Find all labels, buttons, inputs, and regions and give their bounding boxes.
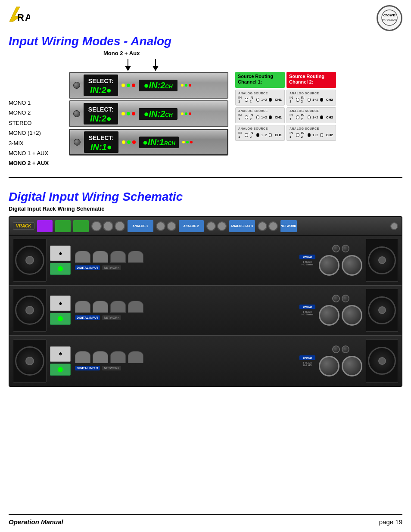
power-indicator-2 bbox=[50, 313, 71, 325]
dot-12-1 bbox=[269, 98, 272, 102]
model-label-1: I-TECHHD Series bbox=[302, 261, 313, 266]
digital-label-row-2: DIGITAL INPUT NETWORK bbox=[75, 315, 296, 320]
ch2-label-1: CH2 bbox=[326, 98, 333, 102]
out-knob-small-3 bbox=[332, 295, 340, 302]
mode-stereo: STEREO bbox=[9, 118, 65, 128]
output-knobs-3 bbox=[332, 345, 349, 353]
xlr-conn-6 bbox=[93, 301, 108, 313]
routing-ch1-2: ANALOG SOURCE IN 1 IN 2 1+2 CH1 bbox=[235, 107, 285, 123]
mode-list: MONO 1 MONO 2 STEREO MONO (1+2) 3-MIX MO… bbox=[9, 72, 65, 168]
svg-text:crown: crown bbox=[383, 12, 395, 17]
indicator-row-3 bbox=[122, 140, 136, 144]
connector-group-1 bbox=[91, 221, 125, 231]
fan-left-1 bbox=[13, 239, 47, 282]
xlr-conn-10 bbox=[93, 351, 108, 363]
routing-ch2-3: ANALOG SOURCE IN 1 IN 2 1+2 CH2 bbox=[286, 125, 336, 141]
rack-schematic: VRACK ANALOG 1 ANALOG 2 ANALOG 3-CH1 bbox=[9, 216, 402, 387]
xlr-conn-12 bbox=[128, 351, 143, 363]
xlr-row-3 bbox=[75, 351, 296, 363]
routing-ch2-header: Source Routing Channel 2: bbox=[286, 72, 336, 88]
dot-12-3 bbox=[269, 133, 272, 137]
network-badge-1: NETWORK bbox=[102, 265, 121, 270]
page-number: page 19 bbox=[379, 518, 402, 526]
xlr-conn-4 bbox=[128, 251, 143, 263]
routing-header-row: Source Routing Channel 1: Source Routing… bbox=[235, 72, 336, 88]
fan-right-1 bbox=[366, 239, 398, 282]
arrow-2 bbox=[153, 59, 159, 71]
dot-in2-2b bbox=[308, 115, 311, 119]
analog-source-label-3b: ANALOG SOURCE bbox=[290, 127, 333, 130]
routing-ch1-3: ANALOG SOURCE IN 1 IN 2 1+2 CH1 bbox=[235, 125, 285, 141]
display-1: SELECT: IN:2● bbox=[84, 75, 118, 96]
large-knobs-3 bbox=[319, 356, 362, 376]
xlr-conn-7 bbox=[110, 301, 126, 313]
indicator-row-2 bbox=[121, 112, 135, 115]
xlr-7 bbox=[217, 221, 227, 231]
page-footer: Operation Manual page 19 bbox=[9, 514, 402, 526]
ch1-label-3: CH1 bbox=[275, 133, 282, 137]
digital-label-row-1: DIGITAL INPUT NETWORK bbox=[75, 265, 296, 270]
display-3: SELECT: IN:1● bbox=[84, 131, 118, 153]
output-knobs-1 bbox=[332, 245, 349, 252]
block-blue4: NETWORK bbox=[280, 220, 297, 232]
fan-right-3 bbox=[366, 339, 398, 383]
power-section-2: ⏻ bbox=[50, 296, 72, 325]
dot-12-3b bbox=[320, 133, 323, 137]
fan-right-2 bbox=[366, 289, 398, 332]
indicator-row-2b bbox=[181, 112, 191, 115]
crown-badge-section-3: crown I-TECH8x2 HD bbox=[299, 355, 315, 367]
knob-2 bbox=[73, 110, 80, 117]
dot-in2-3 bbox=[256, 133, 259, 137]
arrow-1 bbox=[125, 59, 131, 71]
display-3b: ●IN:1RCH bbox=[139, 137, 179, 148]
power-indicator-3 bbox=[50, 364, 71, 376]
dot-in1-3b bbox=[296, 133, 299, 137]
routing-ch1-1: ANALOG SOURCE IN 1 IN 2 1+2 CH1 bbox=[235, 90, 285, 106]
out-knob-large-4 bbox=[342, 305, 362, 326]
xlr-conn-3 bbox=[110, 251, 126, 263]
block-green2 bbox=[73, 220, 89, 232]
analog-section: Mono 2 + Aux MONO 1 MONO 2 STEREO MONO (… bbox=[0, 50, 411, 168]
dot-in2-3b bbox=[308, 133, 311, 137]
page-header: RACK crown by HARMAN bbox=[0, 0, 411, 31]
xlr-conn-5 bbox=[75, 301, 90, 313]
analog-content: MONO 1 MONO 2 STEREO MONO (1+2) 3-MIX MO… bbox=[9, 72, 402, 168]
source-options-2b: IN 1 IN 2 1+2 CH2 bbox=[290, 113, 333, 121]
vrack-logo: RACK bbox=[9, 5, 30, 23]
large-knobs-2 bbox=[319, 305, 362, 326]
out-knob-small-5 bbox=[332, 345, 340, 353]
ch2-label-3: CH2 bbox=[326, 133, 333, 137]
xlr-5 bbox=[167, 221, 176, 231]
dot-in1-2b bbox=[296, 115, 299, 119]
rack-top-bar: VRACK ANALOG 1 ANALOG 2 ANALOG 3-CH1 bbox=[9, 217, 402, 236]
large-knobs-1 bbox=[319, 255, 362, 276]
digital-badge-1: DIGITAL INPUT bbox=[75, 265, 100, 270]
analog-source-label-3: ANALOG SOURCE bbox=[238, 127, 282, 130]
xlr-1 bbox=[91, 221, 102, 231]
crown-badge-section-1: crown I-TECHHD Series bbox=[299, 255, 315, 266]
mode-mono1aux: MONO 1 + AUX bbox=[9, 148, 65, 158]
model-label-3: I-TECH8x2 HD bbox=[303, 361, 312, 367]
knob-3 bbox=[74, 139, 81, 146]
power-outlet-2: ⏻ bbox=[50, 296, 71, 311]
xlr-row-1 bbox=[75, 251, 296, 263]
output-section-2 bbox=[319, 295, 362, 326]
digital-section: Digital Input Wiring Schematic Digital I… bbox=[0, 187, 411, 387]
dot-in1-1b bbox=[296, 98, 299, 102]
dot-12-2 bbox=[269, 115, 272, 119]
xlr-4 bbox=[156, 221, 165, 231]
manual-label: Operation Manual bbox=[9, 518, 63, 526]
display-1b: ●IN:2CH bbox=[139, 80, 177, 91]
crown-logo: crown by HARMAN bbox=[377, 5, 402, 31]
fan-left-3 bbox=[13, 339, 47, 383]
routing-row-1: ANALOG SOURCE IN 1 IN 2 1+2 CH1 ANALOG S… bbox=[235, 90, 336, 106]
source-options-1b: IN 1 IN 2 1+2 CH2 bbox=[290, 96, 333, 103]
conn-area-2: DIGITAL INPUT NETWORK bbox=[75, 301, 296, 320]
output-section-1 bbox=[319, 245, 362, 276]
power-section-3: ⏻ bbox=[50, 346, 72, 376]
power-indicator-1 bbox=[50, 263, 71, 275]
rack-unit-1: ⏻ DIGITAL INPUT NETWORK bbox=[9, 236, 402, 286]
ch2-title: Source Routing Channel 2: bbox=[289, 74, 333, 85]
analog-source-label-2: ANALOG SOURCE bbox=[238, 109, 282, 112]
out-knob-large-3 bbox=[319, 305, 339, 326]
